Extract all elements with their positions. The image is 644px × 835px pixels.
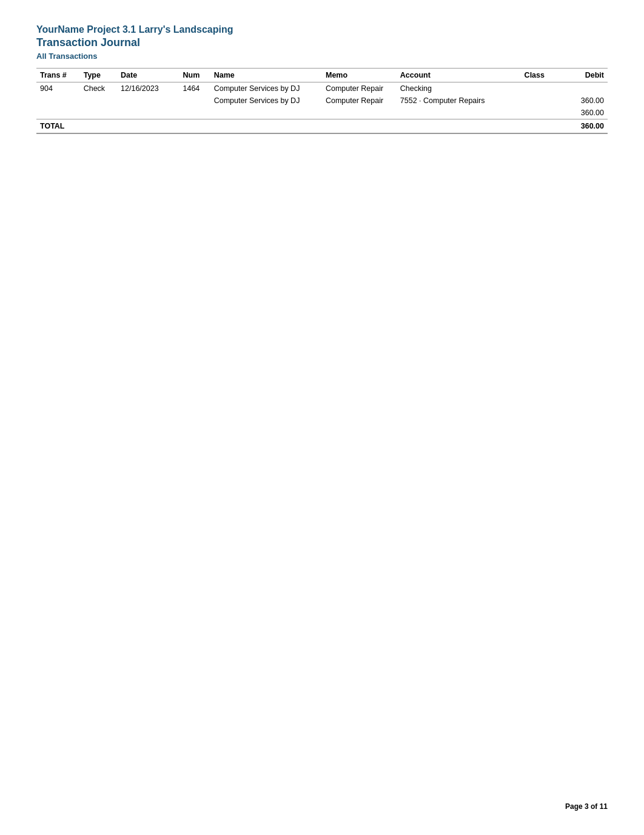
cell-memo-2: Computer Repair bbox=[322, 95, 397, 107]
cell-type-2 bbox=[80, 95, 117, 107]
report-company-title: YourName Project 3.1 Larry's Landscaping bbox=[36, 24, 608, 35]
header-class: Class bbox=[521, 69, 558, 82]
header-account: Account bbox=[397, 69, 521, 82]
cell-memo-1: Computer Repair bbox=[322, 82, 397, 95]
total-row: TOTAL 360.00 bbox=[36, 119, 608, 134]
cell-type-1: Check bbox=[80, 82, 117, 95]
subtotal-spacer bbox=[36, 107, 558, 119]
cell-num-1: 1464 bbox=[179, 82, 210, 95]
total-spacer bbox=[117, 119, 558, 134]
cell-debit-2: 360.00 bbox=[558, 95, 608, 107]
header-name: Name bbox=[210, 69, 322, 82]
cell-date-1: 12/16/2023 bbox=[117, 82, 179, 95]
cell-debit-1 bbox=[558, 82, 608, 95]
cell-account-2: 7552 · Computer Repairs bbox=[397, 95, 521, 107]
cell-trans-1: 904 bbox=[36, 82, 80, 95]
cell-date-2 bbox=[117, 95, 179, 107]
table-header-row: Trans # Type Date Num Name Memo Account … bbox=[36, 69, 608, 82]
header-date: Date bbox=[117, 69, 179, 82]
transaction-table: Trans # Type Date Num Name Memo Account … bbox=[36, 68, 608, 134]
table-row: Computer Services by DJ Computer Repair … bbox=[36, 95, 608, 107]
total-value: 360.00 bbox=[558, 119, 608, 134]
header-memo: Memo bbox=[322, 69, 397, 82]
page-footer: Page 3 of 11 bbox=[565, 802, 608, 811]
table-row: 904 Check 12/16/2023 1464 Computer Servi… bbox=[36, 82, 608, 95]
report-subtitle: All Transactions bbox=[36, 52, 608, 61]
cell-class-1 bbox=[521, 82, 558, 95]
cell-account-1: Checking bbox=[397, 82, 521, 95]
header-num: Num bbox=[179, 69, 210, 82]
subtotal-row: 360.00 bbox=[36, 107, 608, 119]
cell-trans-2 bbox=[36, 95, 80, 107]
header-trans: Trans # bbox=[36, 69, 80, 82]
report-header: YourName Project 3.1 Larry's Landscaping… bbox=[36, 24, 608, 61]
header-type: Type bbox=[80, 69, 117, 82]
total-label: TOTAL bbox=[36, 119, 117, 134]
subtotal-value: 360.00 bbox=[558, 107, 608, 119]
cell-name-2: Computer Services by DJ bbox=[210, 95, 322, 107]
report-title: Transaction Journal bbox=[36, 36, 608, 49]
header-debit: Debit bbox=[558, 69, 608, 82]
cell-num-2 bbox=[179, 95, 210, 107]
cell-class-2 bbox=[521, 95, 558, 107]
cell-name-1: Computer Services by DJ bbox=[210, 82, 322, 95]
